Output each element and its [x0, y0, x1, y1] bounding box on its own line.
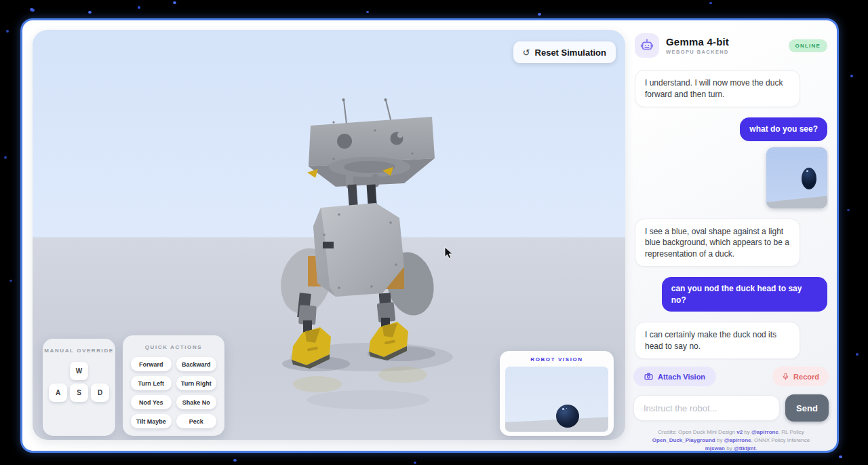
record-label: Record [793, 373, 819, 381]
quick-actions-grid: Forward Backward Turn Left Turn Right No… [123, 350, 224, 435]
attach-vision-button[interactable]: Attach Vision [633, 367, 716, 386]
quick-action-shake-no[interactable]: Shake No [176, 395, 217, 409]
user-message: what do you see? [740, 117, 827, 141]
camera-icon [644, 372, 653, 381]
manual-override-panel: MANUAL OVERRIDE W A S D [43, 339, 115, 436]
assistant-message: I can certainly make the duck nod its he… [635, 322, 800, 359]
reset-icon: ↺ [523, 48, 530, 58]
model-name: Gemma 4-bit [666, 36, 782, 48]
chat-messages: I understand. I will now move the duck f… [633, 64, 829, 360]
app-window: ↺ Reset Simulation MANUAL OVERRIDE W A S… [20, 18, 839, 453]
credits-segment: , ONNX Policy Inference [751, 437, 810, 443]
attach-vision-label: Attach Vision [658, 373, 705, 381]
vision-duck-sphere [556, 405, 579, 428]
credits-segment: by [743, 429, 751, 435]
robot-vision-title: ROBOT VISION [530, 351, 583, 367]
credits-link[interactable]: Open_Duck_Playground [652, 437, 715, 443]
key-d[interactable]: D [91, 384, 109, 402]
attachment-ground [766, 195, 827, 208]
robot-vision-viewport [505, 367, 608, 432]
key-s[interactable]: S [70, 384, 88, 402]
credits-segment: , RL Policy [778, 429, 804, 435]
credits-text: Credits: Open Duck Mini Design v2 by @ap… [633, 428, 829, 453]
credits-segment: by [725, 445, 734, 451]
credits-link[interactable]: @apirrone [724, 437, 751, 443]
quick-actions-panel: QUICK ACTIONS Forward Backward Turn Left… [123, 335, 224, 436]
quick-action-backward[interactable]: Backward [176, 357, 217, 371]
credits-link[interactable]: v2 [736, 429, 743, 435]
microphone-icon [782, 372, 789, 381]
simulation-viewport[interactable]: ↺ Reset Simulation MANUAL OVERRIDE W A S… [33, 30, 625, 440]
credits-segment: by [715, 437, 724, 443]
credits-segment: Credits: Open Duck Mini Design [658, 429, 736, 435]
status-badge: ONLINE [789, 39, 827, 52]
credits-link[interactable]: @ttktjmt [734, 445, 755, 451]
assistant-message: I see a blue, oval shape against a light… [635, 219, 800, 267]
quick-actions-title: QUICK ACTIONS [123, 335, 224, 350]
quick-action-nod-yes[interactable]: Nod Yes [131, 395, 172, 409]
record-button[interactable]: Record [772, 367, 829, 386]
backend-label: WEBGPU BACKEND [666, 49, 782, 55]
user-image-attachment [766, 147, 827, 208]
quick-action-peck[interactable]: Peck [176, 414, 217, 428]
robot-avatar-icon [635, 33, 659, 58]
reset-simulation-label: Reset Simulation [535, 48, 606, 58]
send-button[interactable]: Send [785, 394, 829, 422]
quick-action-forward[interactable]: Forward [131, 357, 172, 371]
attachment-duck-shape [802, 168, 816, 189]
mouse-cursor-icon [445, 247, 452, 259]
chat-header: Gemma 4-bit WEBGPU BACKEND ONLINE [633, 31, 829, 64]
chat-titles: Gemma 4-bit WEBGPU BACKEND [666, 36, 782, 55]
reset-simulation-button[interactable]: ↺ Reset Simulation [513, 41, 616, 63]
credits-link[interactable]: @apirrone [751, 429, 778, 435]
manual-override-title: MANUAL OVERRIDE [43, 339, 115, 354]
quick-action-turn-left[interactable]: Turn Left [131, 376, 172, 390]
instruct-robot-input[interactable] [633, 395, 780, 421]
quick-action-tilt-maybe[interactable]: Tilt Maybe [131, 414, 172, 428]
robot-vision-panel: ROBOT VISION [500, 351, 614, 436]
user-message: can you nod the duck head to say no? [662, 277, 827, 312]
assistant-message: I understand. I will now move the duck f… [635, 70, 800, 107]
credits-segment: . [755, 445, 757, 451]
key-a[interactable]: A [49, 384, 67, 402]
credits-link[interactable]: mjswan [705, 445, 725, 451]
chat-panel: Gemma 4-bit WEBGPU BACKEND ONLINE I unde… [633, 31, 829, 453]
quick-action-turn-right[interactable]: Turn Right [176, 376, 217, 390]
key-w[interactable]: W [70, 362, 88, 380]
chat-controls: Attach Vision Record Send Credits: Open … [633, 367, 829, 453]
